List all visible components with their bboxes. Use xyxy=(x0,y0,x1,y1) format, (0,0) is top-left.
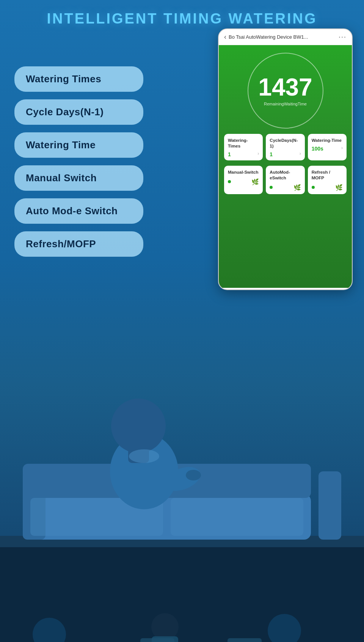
card-watering-times[interactable]: Watering-Times 1 › xyxy=(224,134,263,160)
card-automode-switch[interactable]: AutoMod-eSwitch 🌿 xyxy=(266,166,304,194)
phone-header: ‹ Bo Tsai AutoWatering Device BW1... ··· xyxy=(219,29,352,45)
btn-refresh-mofp[interactable]: Refresh/MOFP xyxy=(14,231,143,257)
svg-rect-7 xyxy=(171,498,303,536)
card-watering-time-arrow: › xyxy=(341,145,343,151)
svg-rect-21 xyxy=(228,638,262,642)
card-manual-switch-row: 🌿 xyxy=(228,178,259,185)
back-button[interactable]: ‹ xyxy=(224,33,226,41)
card-cycle-days-arrow: › xyxy=(300,151,301,156)
card-watering-time-value: 100s xyxy=(312,146,323,152)
manual-switch-leaf-icon: 🌿 xyxy=(251,178,259,185)
phone-header-left: ‹ Bo Tsai AutoWatering Device BW1... xyxy=(224,33,308,41)
btn-manual-switch[interactable]: Manual Switch xyxy=(14,165,143,191)
automode-switch-dot xyxy=(270,186,273,189)
phone-body: 1437 RemainingWaitingTime Watering-Times… xyxy=(219,45,352,288)
svg-rect-20 xyxy=(140,638,174,642)
more-menu-button[interactable]: ··· xyxy=(339,33,347,41)
refresh-mofp-leaf-icon: 🌿 xyxy=(335,184,343,191)
card-watering-times-arrow: › xyxy=(257,151,259,156)
card-automode-switch-row: 🌿 xyxy=(270,184,301,191)
card-cycle-days-value: 1 xyxy=(270,151,273,157)
background-illustration xyxy=(0,346,364,642)
card-watering-time-title: Watering-Time xyxy=(312,138,343,143)
card-watering-time[interactable]: Watering-Time 100s › xyxy=(308,134,347,160)
device-name-label: Bo Tsai AutoWatering Device BW1... xyxy=(229,34,308,40)
card-refresh-mofp-title: Refresh / MOFP xyxy=(312,170,343,181)
card-manual-switch[interactable]: Manual-Switch 🌿 xyxy=(224,166,263,194)
card-watering-time-row: 100s › xyxy=(312,144,343,152)
refresh-mofp-dot xyxy=(312,186,315,189)
timer-label: RemainingWaitingTime xyxy=(264,102,307,106)
top-cards-grid: Watering-Times 1 › CycleDays(N-1) 1 › Wa… xyxy=(224,134,347,160)
card-watering-times-title: Watering-Times xyxy=(228,138,259,149)
svg-point-11 xyxy=(129,449,159,463)
btn-watering-times[interactable]: Watering Times xyxy=(14,66,143,92)
card-watering-times-value: 1 xyxy=(228,151,231,157)
left-menu: Watering Times Cycle Days(N-1) Watering … xyxy=(14,66,143,257)
btn-auto-mode-switch[interactable]: Auto Mod-e Switch xyxy=(14,198,143,224)
card-cycle-days-row: 1 › xyxy=(270,150,301,157)
automode-switch-leaf-icon: 🌿 xyxy=(293,184,301,191)
svg-point-13 xyxy=(186,470,201,480)
timer-circle: 1437 RemainingWaitingTime xyxy=(248,53,323,129)
card-cycle-days[interactable]: CycleDays(N-1) 1 › xyxy=(266,134,304,160)
svg-rect-5 xyxy=(318,471,341,540)
page-title: INTELLIGENT TIMING WATERING xyxy=(0,11,364,27)
btn-watering-time[interactable]: Watering Time xyxy=(14,132,143,158)
circle-display: 1437 RemainingWaitingTime xyxy=(224,53,347,129)
timer-value: 1437 xyxy=(258,75,312,99)
bottom-cards-grid: Manual-Switch 🌿 AutoMod-eSwitch 🌿 Refres… xyxy=(224,166,347,194)
svg-point-9 xyxy=(111,399,166,453)
card-refresh-mofp[interactable]: Refresh / MOFP 🌿 xyxy=(308,166,347,194)
btn-cycle-days[interactable]: Cycle Days(N-1) xyxy=(14,99,143,125)
card-automode-switch-title: AutoMod-eSwitch xyxy=(270,170,301,181)
card-manual-switch-title: Manual-Switch xyxy=(228,170,259,175)
manual-switch-dot xyxy=(228,180,231,183)
card-watering-times-row: 1 › xyxy=(228,150,259,157)
phone-mockup: ‹ Bo Tsai AutoWatering Device BW1... ···… xyxy=(218,28,353,290)
card-refresh-mofp-row: 🌿 xyxy=(312,184,343,191)
card-cycle-days-title: CycleDays(N-1) xyxy=(270,138,301,149)
